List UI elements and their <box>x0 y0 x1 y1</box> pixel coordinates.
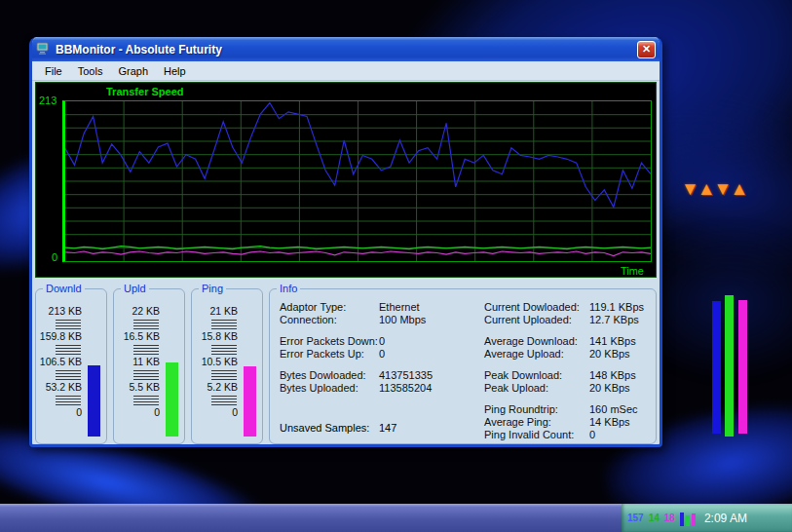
scale-ticks <box>211 343 237 356</box>
scale-ticks <box>211 394 237 406</box>
info-value: 14 KBps <box>589 416 630 429</box>
scale-label: 11 KB <box>132 356 160 368</box>
desktop-logo-icon: ▼▲▼▲ <box>681 178 746 200</box>
x-axis-label: Time <box>621 265 644 277</box>
info-label: Average Download: <box>484 335 589 348</box>
info-value: 160 mSec <box>589 403 638 416</box>
graph-title: Transfer Speed <box>106 86 183 97</box>
info-panel: Info Adaptor Type:EthernetConnection:100… <box>269 288 657 444</box>
desktop-meter-widget <box>709 292 760 438</box>
info-row: Current Dowloaded:119.1 KBps <box>484 301 652 314</box>
info-label: Bytes Uploaded: <box>280 382 379 395</box>
info-value: 12.7 KBps <box>589 314 639 326</box>
scale-label: 5.5 KB <box>129 381 160 394</box>
info-row: Average Upload:20 KBps <box>484 348 652 361</box>
info-value: 413751335 <box>379 369 433 382</box>
tray-bar <box>686 515 690 526</box>
menu-bar: FileToolsGraphHelp <box>32 61 660 81</box>
scale-ticks <box>133 394 159 406</box>
scale-ticks <box>56 343 81 356</box>
scale-label: 159.8 KB <box>40 330 82 343</box>
tray-meter-icon <box>680 511 696 526</box>
info-panel-label: Info <box>277 283 300 294</box>
scale-label: 0 <box>154 406 160 419</box>
info-label: Adaptor Type: <box>280 301 379 314</box>
close-button[interactable]: ✕ <box>637 41 656 58</box>
upload-bar <box>166 362 178 437</box>
scale-label: 16.5 KB <box>124 330 160 343</box>
plot-area <box>62 100 652 262</box>
menu-item-tools[interactable]: Tools <box>71 63 110 79</box>
scale-ticks <box>56 394 81 406</box>
ping-meter-label: Ping <box>199 283 226 294</box>
title-bar[interactable]: BBMonitor - Absolute Futurity ✕ <box>32 37 660 61</box>
info-row: Connection:100 Mbps <box>280 314 482 326</box>
info-value: 141 KBps <box>589 335 636 348</box>
menu-item-graph[interactable]: Graph <box>111 63 155 79</box>
unsaved-samples-value: 147 <box>379 422 396 434</box>
scale-label: 0 <box>232 406 238 419</box>
info-label: Current Dowloaded: <box>484 301 589 314</box>
scale-ticks <box>133 343 159 356</box>
info-row: Average Download:141 KBps <box>484 335 652 348</box>
scale-label: 10.5 KB <box>202 356 238 368</box>
scale-ticks <box>133 318 159 330</box>
tray-download-value: 157 <box>627 513 644 523</box>
info-value: 113585204 <box>379 382 432 395</box>
info-value: Ethernet <box>379 301 420 314</box>
scale-ticks <box>133 368 159 381</box>
info-left-column: Adaptor Type:EthernetConnection:100 Mbps… <box>280 301 482 395</box>
scale-ticks <box>56 318 81 330</box>
desktop: ▼▲▼▲ BBMonitor - Absolute Futurity ✕ Fil… <box>0 0 792 532</box>
info-row: Bytes Dowloaded:413751335 <box>280 369 482 382</box>
info-label: Bytes Dowloaded: <box>280 369 379 382</box>
info-label: Ping Invalid Count: <box>484 429 589 441</box>
info-right-column: Current Dowloaded:119.1 KBpsCurrent Uplo… <box>484 301 652 441</box>
y-axis-min-label: 0 <box>52 251 57 263</box>
desktop-widget-bar <box>725 295 734 437</box>
scale-label: 15.8 KB <box>202 330 238 343</box>
scale-label: 106.5 KB <box>40 356 82 368</box>
info-label: Average Upload: <box>484 348 589 361</box>
transfer-speed-graph: Transfer Speed 213 0 Time <box>35 82 657 278</box>
window-title: BBMonitor - Absolute Futurity <box>52 43 637 57</box>
upload-meter: Upld 22 KB16.5 KB11 KB5.5 KB0 <box>113 288 185 444</box>
info-row: Peak Upload:20 KBps <box>484 382 652 395</box>
info-value: 0 <box>379 348 385 361</box>
app-icon <box>36 42 52 57</box>
info-label: Ping Roundtrip: <box>484 403 589 416</box>
ping-meter: Ping 21 KB15.8 KB10.5 KB5.2 KB0 <box>191 288 263 444</box>
desktop-widget-bar <box>738 300 747 434</box>
info-label: Peak Download: <box>484 369 589 382</box>
info-value: 0 <box>589 429 595 441</box>
tray-bar <box>680 513 684 526</box>
bbmonitor-window: BBMonitor - Absolute Futurity ✕ FileTool… <box>29 37 662 447</box>
clock: 2:09 AM <box>704 512 747 525</box>
system-tray: 157 14 18 2:09 AM <box>622 504 792 532</box>
info-row: Ping Invalid Count:0 <box>484 429 652 441</box>
info-row: Current Uploaded:12.7 KBps <box>484 314 652 326</box>
scale-ticks <box>56 368 81 381</box>
menu-item-file[interactable]: File <box>38 63 69 79</box>
scale-label: 5.2 KB <box>207 381 238 394</box>
upload-meter-label: Upld <box>121 283 149 294</box>
info-row: Peak Download:148 KBps <box>484 369 652 382</box>
ping-bar <box>244 366 256 437</box>
scale-label: 53.2 KB <box>46 381 82 394</box>
scale-label: 213 KB <box>49 305 82 318</box>
scale-ticks <box>211 368 237 381</box>
info-row: Error Packets Down:0 <box>280 335 482 348</box>
download-meter: Downld 213 KB159.8 KB106.5 KB53.2 KB0 <box>35 288 107 444</box>
scale-ticks <box>211 318 237 330</box>
info-label: Average Ping: <box>484 416 589 429</box>
scale-label: 0 <box>76 406 82 419</box>
info-row: Ping Roundtrip:160 mSec <box>484 403 652 416</box>
menu-item-help[interactable]: Help <box>157 63 193 79</box>
taskbar: 157 14 18 2:09 AM <box>0 504 792 532</box>
info-label: Peak Upload: <box>484 382 589 395</box>
info-label: Error Packets Down: <box>280 335 379 348</box>
unsaved-samples-label: Unsaved Samples: <box>280 422 379 434</box>
scale-label: 21 KB <box>209 305 238 318</box>
info-value: 20 KBps <box>589 348 630 361</box>
download-bar <box>88 365 100 437</box>
